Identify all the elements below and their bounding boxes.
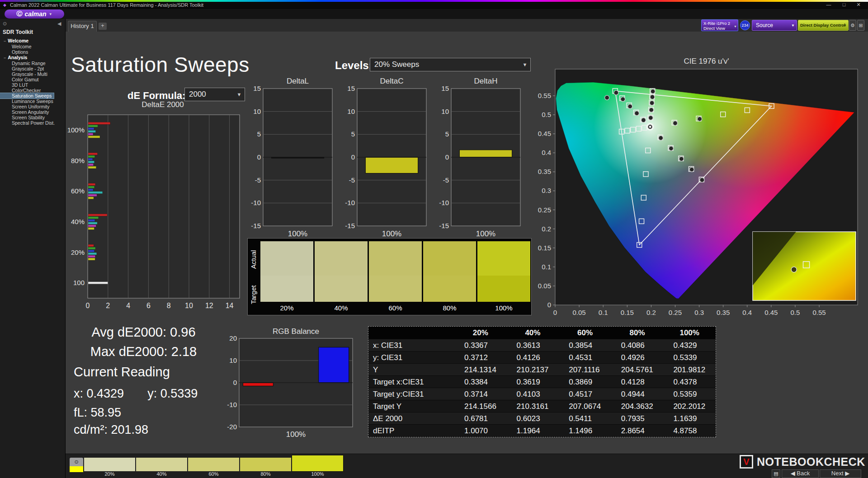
sidebar-item-luminance-sweeps[interactable]: Luminance Sweeps [0,98,66,104]
svg-text:15: 15 [347,86,355,92]
next-arrow-icon: ▶ [845,470,849,477]
minimize-button[interactable]: — [822,2,835,7]
deltac-chart-title: DeltaC [357,77,426,86]
patch-60%[interactable]: 60% [188,458,239,471]
sidebar-section[interactable]: −Analysis [0,55,66,61]
accent-strip [0,0,868,2]
active-patch-preview[interactable]: ⊙ [70,458,83,472]
back-button[interactable]: ◀ Back [782,469,819,478]
sidebar-item-dynamic-range[interactable]: Dynamic Range [0,61,66,66]
table-row: Y214.1314210.2137207.1116204.5761201.981… [368,364,716,376]
sidebar-item-spectral-power-dist-[interactable]: Spectral Power Dist. [0,120,66,126]
de-formula-dropdown[interactable]: 2000 ▼ [184,88,245,101]
add-tab-button[interactable]: + [99,23,107,30]
collapse-icon[interactable]: − [4,39,6,43]
calman-logo[interactable]: Ⓒ calman ▼ [5,9,64,19]
svg-text:-10: -10 [345,199,355,206]
svg-text:0.5: 0.5 [791,309,800,316]
tab-history-1[interactable]: History 1 [68,21,97,32]
deltal-xlabel: 100% [263,230,332,239]
levels-dropdown[interactable]: 20% Sweeps ▼ [370,58,531,71]
notebookcheck-text: NOTEBOOKCHECK [757,455,865,469]
svg-text:20%: 20% [71,248,85,256]
swatch-actual [477,241,530,276]
table-row-label: y: CIE31 [368,351,454,363]
table-row-label: Target x:CIE31 [368,376,454,388]
table-cell: 0.4329 [663,339,716,351]
sidebar-item-grayscale-2pt[interactable]: Grayscale - 2pt [0,66,66,71]
svg-text:-10: -10 [227,401,237,408]
svg-text:-5: -5 [255,176,261,184]
svg-text:0: 0 [257,153,261,161]
svg-text:0.45: 0.45 [538,130,551,137]
sidebar-item-welcome[interactable]: Welcome [0,44,66,49]
svg-text:-10: -10 [439,199,449,206]
app-window: ◆ Calman 2022 Calman Ultimate for Busine… [0,0,868,478]
table-cell: 0.4126 [507,351,559,363]
sidebar-item-grayscale-multi[interactable]: Grayscale - Multi [0,71,66,77]
patch-40%[interactable]: 40% [136,458,187,471]
sidebar-item-options[interactable]: Options [0,49,66,55]
svg-text:12: 12 [205,302,213,309]
layout-grid-icon[interactable]: ⊞ [857,20,864,31]
sidebar-item-screen-stability[interactable]: Screen Stability [0,115,66,120]
app-icon: ◆ [3,3,6,7]
deltal-chart: 151050-5-10-15 [248,86,335,229]
maximize-button[interactable]: □ [837,2,851,7]
patch-20%[interactable]: 20% [84,458,135,471]
swatch-target [260,276,313,302]
table-row-label: Target y:CIE31 [368,388,454,400]
sidebar-item-colorchecker[interactable]: ColorChecker [0,88,66,93]
sidebar-item-screen-uniformity[interactable]: Screen Uniformity [0,104,66,109]
patch-label: 60% [188,471,239,477]
svg-text:20: 20 [229,336,237,342]
notebookcheck-logo: V [740,455,753,469]
page-layout-button[interactable]: ▤ [772,469,780,478]
meter-select[interactable]: X-Rite i1Pro 2 Direct View ▼ [701,19,738,31]
svg-text:-15: -15 [251,222,261,229]
sidebar-item-3d-lut[interactable]: 3D LUT [0,82,66,88]
svg-text:80%: 80% [71,157,85,164]
calman-logo-text: calman [24,10,46,18]
deltae-chart-title: DeltaE 2000 [87,100,239,109]
svg-text:-5: -5 [349,176,355,184]
display-control-label: Direct Display Control [800,23,845,28]
table-row: x: CIE310.33670.36130.38540.40860.4329 [368,339,716,351]
sidebar-section-label: Welcome [8,38,28,43]
table-cell: 204.5761 [611,364,664,375]
meter-count-badge: 234 [740,20,750,30]
svg-text:0.05: 0.05 [572,309,585,316]
table-header-cell: 60% [559,327,611,339]
svg-text:40%: 40% [71,218,85,225]
table-row-label: Target Y [368,400,454,412]
workflow-icon[interactable]: ⊙ [3,21,7,27]
sidebar-collapse-icon[interactable]: ◀ [57,21,61,27]
swatch-actual [315,241,368,276]
sidebar-item-saturation-sweeps[interactable]: Saturation Sweeps [0,93,54,98]
deltae-chart: 02468101214100%80%60%40%20%100 [67,111,244,313]
source-select[interactable]: Source ▼ [752,20,797,31]
svg-text:8: 8 [167,302,171,309]
patch-80%[interactable]: 80% [240,458,291,471]
table-cell: 0.4944 [611,388,664,400]
svg-text:0: 0 [553,309,557,316]
svg-text:0.05: 0.05 [538,282,551,290]
table-cell: 204.3632 [611,400,664,412]
sidebar-section[interactable]: −Welcome [0,38,66,44]
settings-gear-icon[interactable]: ⚙ [849,20,856,31]
meter-name: X-Rite i1Pro 2 [703,21,732,26]
patch-100%[interactable]: 100% [292,455,343,471]
close-button[interactable]: ✕ [852,2,865,8]
eye-icon: ⊙ [70,458,83,466]
sidebar-item-color-gamut[interactable]: Color Gamut [0,77,66,82]
collapse-icon[interactable]: − [4,56,6,60]
max-de-line: Max dE2000: 2.18 [68,342,219,361]
table-header-cell [368,327,454,339]
next-button[interactable]: Next ▶ [820,469,861,478]
table-row: Target x:CIE310.33840.36190.38690.41280.… [368,376,716,388]
footer-bar: ⊙ 20%40%60%80%100% V NOTEBOOKCHECK ▤ ◀ B… [66,454,868,478]
sidebar-item-screen-angularity[interactable]: Screen Angularity [0,109,66,115]
table-cell: 1.0070 [454,425,507,436]
table-cell: 0.5339 [663,351,716,363]
display-control-select[interactable]: Direct Display Control ▼ [798,20,849,31]
